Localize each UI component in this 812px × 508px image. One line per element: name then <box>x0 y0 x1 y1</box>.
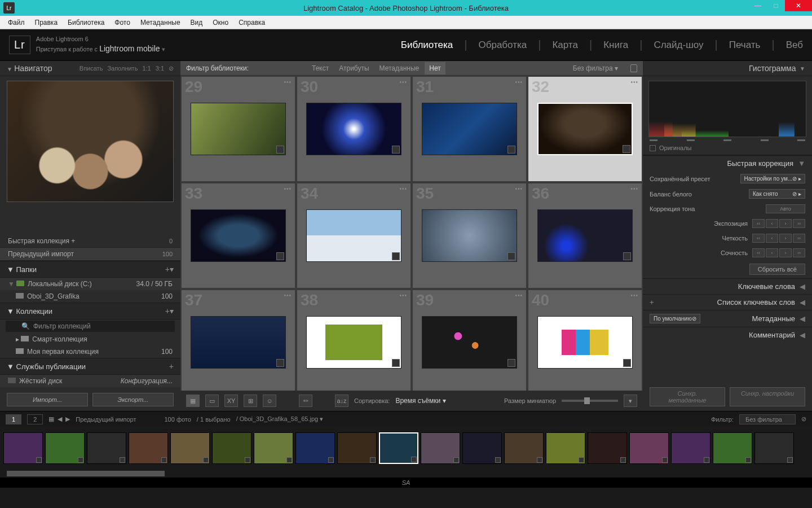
back-icon[interactable]: ◀ <box>58 415 62 423</box>
filmstrip-cell-11[interactable] <box>462 432 502 464</box>
menu-фото[interactable]: Фото <box>110 17 135 28</box>
grid-cell-37[interactable]: 37••• <box>182 290 295 391</box>
wb-select[interactable]: Как снято⊘ ▸ <box>749 189 805 199</box>
clarity-inc[interactable]: › <box>779 234 792 243</box>
module-5[interactable]: Печать <box>729 37 761 53</box>
exposure-dec[interactable]: ‹ <box>766 219 778 228</box>
nav-zoom-3[interactable]: 3:1 <box>156 65 164 72</box>
exposure-inc2[interactable]: ›› <box>793 219 805 228</box>
nav-zoom-1[interactable]: Заполнить <box>107 65 138 72</box>
histogram[interactable] <box>648 81 806 137</box>
menu-справка[interactable]: Справка <box>234 17 270 28</box>
filmstrip-cell-17[interactable] <box>713 432 752 464</box>
quickdev-header[interactable]: Быстрая коррекция▼ <box>643 155 812 171</box>
grid-cell-35[interactable]: 35••• <box>413 183 526 288</box>
clarity-dec2[interactable]: ‹‹ <box>752 234 765 243</box>
module-6[interactable]: Веб <box>786 37 803 53</box>
menu-вид[interactable]: Вид <box>186 17 208 28</box>
cell-menu-icon[interactable]: ••• <box>399 186 407 192</box>
preset-select[interactable]: Настройки по ум...⊘ ▸ <box>740 174 805 183</box>
toolbar-menu-button[interactable]: ▾ <box>624 395 637 407</box>
filmstrip-scrollbar[interactable] <box>0 470 812 478</box>
cell-menu-icon[interactable]: ••• <box>284 79 292 85</box>
keyword-list-header[interactable]: +Список ключевых слов◀ <box>643 294 812 310</box>
cell-menu-icon[interactable]: ••• <box>515 79 523 85</box>
filter-preset-select[interactable]: Без фильтра <box>739 414 796 424</box>
grid-cell-36[interactable]: 36••• <box>528 183 642 288</box>
filmstrip-cell-0[interactable] <box>3 432 43 464</box>
forward-icon[interactable]: ▶ <box>65 415 70 423</box>
metadata-preset-select[interactable]: По умолчанию⊘ <box>650 314 700 323</box>
filmstrip-cell-9[interactable] <box>379 432 418 464</box>
folders-disk[interactable]: ▼ Локальный диск (C:) 34.0 / 50 ГБ <box>0 278 180 290</box>
view-loupe-button[interactable]: ▭ <box>205 395 219 407</box>
grid-cell-30[interactable]: 30••• <box>297 77 411 181</box>
reset-all-button[interactable]: Сбросить всё <box>749 264 805 275</box>
module-4[interactable]: Слайд-шоу <box>654 37 703 53</box>
filmstrip-cell-7[interactable] <box>295 432 335 464</box>
nav-zoom-2[interactable]: 1:1 <box>142 65 151 72</box>
module-3[interactable]: Книга <box>603 37 628 53</box>
menu-метаданные[interactable]: Метаданные <box>136 17 185 28</box>
cell-menu-icon[interactable]: ••• <box>630 292 638 299</box>
vibrance-inc[interactable]: › <box>779 248 792 257</box>
second-window-button[interactable]: 2 <box>27 414 43 424</box>
filter-tab-0[interactable]: Текст <box>307 62 333 75</box>
exposure-dec2[interactable]: ‹‹ <box>752 219 765 228</box>
filter-lock-icon[interactable]: ⊘ <box>801 415 806 423</box>
filmstrip-cell-3[interactable] <box>129 432 168 464</box>
comments-header[interactable]: Комментарий◀ <box>643 327 812 343</box>
cell-menu-icon[interactable]: ••• <box>399 292 407 299</box>
grid-icon[interactable]: ▦ <box>48 415 54 423</box>
grid-cell-32[interactable]: 32••• <box>528 77 642 181</box>
filter-tab-3[interactable]: Нет <box>425 62 445 75</box>
menu-библиотека[interactable]: Библиотека <box>63 17 109 28</box>
keywords-header[interactable]: Ключевые слова◀ <box>643 278 812 294</box>
view-people-button[interactable]: ☺ <box>263 395 276 407</box>
grid-cell-40[interactable]: 40••• <box>528 290 642 391</box>
menu-окно[interactable]: Окно <box>208 17 233 28</box>
filmstrip-cell-10[interactable] <box>421 432 460 464</box>
main-window-button[interactable]: 1 <box>6 414 21 424</box>
lock-icon[interactable] <box>630 64 637 72</box>
filter-tab-2[interactable]: Метаданные <box>375 62 424 75</box>
filmstrip-cell-15[interactable] <box>629 432 669 464</box>
cell-menu-icon[interactable]: ••• <box>515 186 523 192</box>
publish-hdd[interactable]: Жёсткий диск Конфигурация... <box>0 375 180 387</box>
grid-cell-34[interactable]: 34••• <box>297 183 411 288</box>
cell-menu-icon[interactable]: ••• <box>515 292 523 299</box>
originals-checkbox[interactable]: Оригиналы <box>643 141 812 155</box>
nav-zoom-menu[interactable]: ⊘ <box>169 65 174 72</box>
minimize-button[interactable]: — <box>749 0 767 11</box>
grid-cell-33[interactable]: 33••• <box>182 183 295 288</box>
filmstrip-cell-5[interactable] <box>212 432 251 464</box>
current-file[interactable]: / Oboi_3D_Grafika_58_65.jpg ▾ <box>236 415 324 423</box>
filmstrip-cell-18[interactable] <box>754 432 794 464</box>
breadcrumb[interactable]: Предыдущий импорт <box>76 416 136 423</box>
folders-header[interactable]: ▼ Папки+▾ <box>0 261 180 278</box>
metadata-header[interactable]: По умолчанию⊘ Метаданные◀ <box>643 310 812 327</box>
filter-tab-1[interactable]: Атрибуты <box>334 62 373 75</box>
sync-metadata-button[interactable]: Синхр. метаданные <box>650 387 725 406</box>
filmstrip-cell-14[interactable] <box>588 432 627 464</box>
view-grid-button[interactable]: ▦ <box>186 395 200 407</box>
menu-файл[interactable]: Файл <box>3 17 29 28</box>
thumb-size-slider[interactable] <box>562 400 618 402</box>
vibrance-dec[interactable]: ‹ <box>766 248 778 257</box>
menu-правка[interactable]: Правка <box>30 17 63 28</box>
sort-direction-button[interactable]: a↓z <box>335 395 348 407</box>
sync-settings-button[interactable]: Синхр. настройки <box>730 387 805 406</box>
clarity-inc2[interactable]: ›› <box>793 234 805 243</box>
exposure-inc[interactable]: › <box>779 219 792 228</box>
cell-menu-icon[interactable]: ••• <box>630 186 638 192</box>
vibrance-dec2[interactable]: ‹‹ <box>752 248 765 257</box>
close-button[interactable]: ✕ <box>785 0 812 11</box>
catalog-previous-import[interactable]: Предыдущий импорт100 <box>0 248 180 261</box>
painter-button[interactable]: ✏ <box>299 395 312 407</box>
collections-header[interactable]: ▼ Коллекции+▾ <box>0 303 180 319</box>
grid-cell-38[interactable]: 38••• <box>297 290 411 391</box>
cell-menu-icon[interactable]: ••• <box>284 292 292 299</box>
view-compare-button[interactable]: XY <box>224 395 238 407</box>
view-survey-button[interactable]: ⊞ <box>244 395 257 407</box>
cell-menu-icon[interactable]: ••• <box>630 79 638 85</box>
